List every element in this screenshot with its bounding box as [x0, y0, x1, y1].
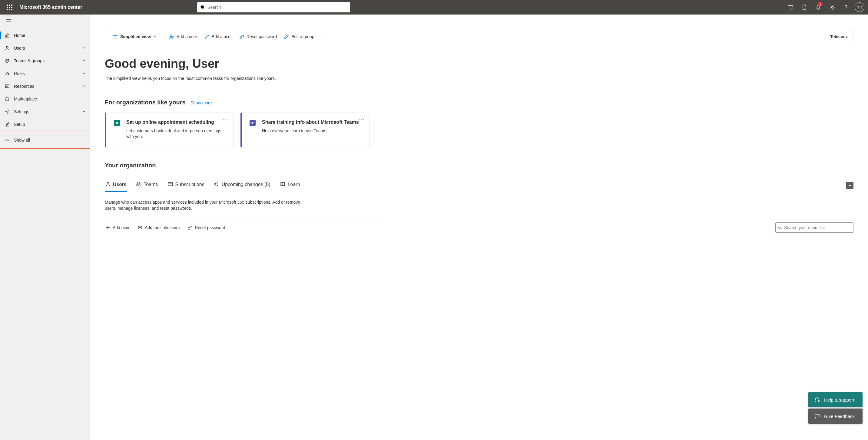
svg-point-20 — [7, 59, 9, 61]
tab-users[interactable]: Users — [105, 179, 127, 192]
reset-password-button[interactable]: Reset password — [237, 32, 279, 41]
toolbar-more-button[interactable]: ··· — [319, 34, 329, 40]
sidebar-item-users[interactable]: Users — [0, 42, 90, 55]
tab-subscriptions[interactable]: Subscriptions — [167, 179, 205, 192]
show-more-link[interactable]: Show more — [190, 100, 212, 105]
pencil-icon — [205, 34, 209, 39]
user-search[interactable] — [775, 223, 854, 233]
hamburger-icon — [6, 19, 11, 23]
user-search-input[interactable] — [784, 225, 851, 230]
shell-card-icon[interactable] — [784, 0, 797, 14]
roles-icon — [3, 71, 11, 76]
tab-upcoming-changes-5-[interactable]: Upcoming changes (5) — [214, 179, 271, 192]
document-icon — [802, 4, 807, 10]
chevron-down-icon — [153, 35, 157, 38]
edit-group-label: Edit a group — [291, 34, 314, 39]
edit-user-label: Edit a user — [212, 34, 232, 39]
tab-teams[interactable]: Teams — [135, 179, 158, 192]
reset-password-action-label: Reset password — [195, 225, 225, 230]
chevron-down-icon — [82, 58, 86, 63]
card-icon — [788, 4, 793, 10]
svg-rect-46 — [168, 182, 173, 186]
suggestion-card[interactable]: ··· B Set up online appointment scheduli… — [105, 112, 234, 147]
sidebar-item-teams-groups[interactable]: Teams & groups — [0, 55, 90, 67]
sidebar-item-roles[interactable]: Roles — [0, 67, 90, 80]
tenant-name: Telesenz — [830, 34, 848, 39]
svg-point-53 — [140, 226, 142, 228]
sidebar-item-home[interactable]: Home — [0, 29, 90, 42]
svg-rect-26 — [6, 98, 9, 101]
help-icon — [843, 4, 849, 10]
tab-description: Manage who can access apps and services … — [105, 199, 302, 211]
svg-line-56 — [781, 229, 782, 230]
edit-group-button[interactable]: Edit a group — [282, 32, 317, 41]
give-feedback-button[interactable]: Give Feedback — [808, 409, 863, 424]
add-multiple-label: Add multiple users — [145, 225, 180, 230]
give-feedback-label: Give Feedback — [824, 414, 855, 419]
simplified-view-dropdown[interactable]: Simplified view — [111, 32, 159, 41]
card-more-button[interactable]: ··· — [223, 116, 229, 122]
sidebar-item-settings[interactable]: Settings — [0, 105, 90, 118]
settings-button[interactable] — [826, 0, 839, 14]
sidebar-item-show-all[interactable]: Show all — [0, 132, 90, 148]
plus-icon — [105, 225, 110, 230]
svg-point-45 — [139, 182, 140, 184]
svg-rect-1 — [9, 4, 10, 6]
marketplace-icon — [3, 97, 11, 101]
svg-rect-32 — [114, 35, 117, 36]
svg-rect-57 — [815, 400, 816, 402]
card-description: Let customers book virtual and in-person… — [126, 128, 227, 140]
sidebar-item-setup[interactable]: Setup — [0, 118, 90, 131]
sidebar-item-marketplace[interactable]: Marketplace — [0, 93, 90, 105]
collapse-section-button[interactable] — [846, 182, 854, 189]
svg-point-43 — [107, 182, 109, 184]
chevron-down-icon — [82, 84, 86, 89]
card-title: Set up online appointment scheduling — [126, 119, 227, 126]
svg-text:T: T — [251, 121, 254, 125]
sidebar-item-label: Show all — [14, 138, 86, 142]
help-support-button[interactable]: Help & support — [808, 392, 863, 407]
svg-rect-8 — [11, 9, 12, 10]
add-multiple-users-action[interactable]: Add multiple users — [137, 223, 180, 232]
svg-text:B: B — [116, 121, 118, 125]
svg-rect-59 — [815, 414, 819, 417]
svg-rect-7 — [9, 9, 10, 10]
chevron-down-icon — [82, 109, 86, 114]
sidebar-item-label: Marketplace — [14, 97, 86, 101]
nav-collapse-button[interactable] — [4, 17, 13, 26]
svg-point-13 — [832, 7, 833, 8]
svg-rect-3 — [7, 7, 8, 8]
notification-badge: 1 — [818, 2, 823, 7]
main-content: Simplified view Add a user Edit a user R… — [90, 14, 868, 440]
svg-point-21 — [6, 72, 7, 73]
tab-learn[interactable]: Learn — [280, 179, 301, 192]
notifications-button[interactable]: 1 — [812, 0, 825, 14]
card-more-button[interactable]: ··· — [359, 116, 365, 122]
search-input[interactable] — [208, 5, 347, 10]
divider — [105, 219, 383, 219]
sidebar-item-label: Teams & groups — [14, 58, 82, 63]
sidebar-item-resources[interactable]: Resources — [0, 80, 90, 93]
global-search[interactable] — [197, 2, 350, 12]
add-users-icon — [137, 225, 142, 230]
sidebar-item-label: Settings — [14, 109, 82, 114]
key-icon — [239, 34, 244, 39]
megaphone-icon — [214, 181, 219, 188]
add-user-button[interactable]: Add a user — [167, 32, 199, 41]
view-icon — [113, 34, 118, 39]
app-launcher-button[interactable] — [2, 0, 17, 14]
gear-icon — [830, 4, 835, 10]
reset-password-action[interactable]: Reset password — [187, 223, 226, 232]
svg-point-19 — [6, 59, 7, 61]
edit-user-button[interactable]: Edit a user — [202, 32, 235, 41]
shell-file-icon[interactable] — [798, 0, 811, 14]
add-user-action[interactable]: Add user — [105, 223, 130, 232]
add-user-icon — [169, 34, 174, 39]
waffle-icon — [7, 4, 12, 10]
suggestion-card[interactable]: ··· T Share training info about Microsof… — [241, 112, 370, 147]
account-avatar[interactable]: YR — [855, 2, 864, 12]
action-toolbar: Simplified view Add a user Edit a user R… — [105, 29, 854, 44]
svg-rect-0 — [7, 4, 8, 6]
add-user-action-label: Add user — [113, 225, 130, 230]
help-button[interactable] — [840, 0, 853, 14]
